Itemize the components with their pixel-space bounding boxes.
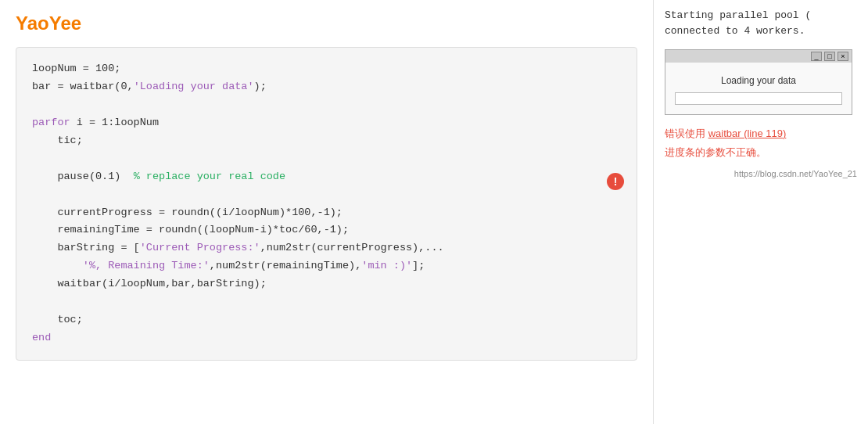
parallel-pool-text: Starting parallel pool (connected to 4 w… [665,8,857,38]
error-icon: ! [607,173,624,190]
right-panel: Starting parallel pool (connected to 4 w… [653,0,868,424]
waitbar-dialog: _ □ × Loading your data [665,49,852,115]
error-section: 错误使用 waitbar (line 119) 进度条的参数不正确。 [665,126,857,160]
error-link[interactable]: waitbar (line 119) [708,128,787,139]
error-line-1: 错误使用 waitbar (line 119) [665,126,857,142]
keyword-end: end [32,332,51,343]
site-title: YaoYee [16,13,637,34]
keyword-parfor: parfor [32,117,70,128]
titlebar-buttons: _ □ × [811,52,848,61]
waitbar-progress-bar [675,92,842,105]
error-prefix: 错误使用 [665,128,708,139]
waitbar-body: Loading your data [665,63,852,114]
code-content: loopNum = 100; bar = waitbar(0,'Loading … [32,60,621,347]
error-description: 进度条的参数不正确。 [665,146,857,160]
restore-button[interactable]: □ [824,52,835,61]
footer-link: https://blog.csdn.net/YaoYee_21 [665,169,857,178]
close-button[interactable]: × [838,52,848,61]
minimize-button[interactable]: _ [811,52,822,61]
code-block: loopNum = 100; bar = waitbar(0,'Loading … [16,47,637,361]
left-panel: YaoYee loopNum = 100; bar = waitbar(0,'L… [0,0,653,424]
code-line-1: loopNum = 100; bar = waitbar(0,'Loading … [32,63,267,92]
code-parfor-rest: i = 1:loopNum tic; pause(0.1) % replace … [32,117,444,325]
waitbar-label: Loading your data [675,75,842,86]
waitbar-titlebar: _ □ × [665,50,852,63]
